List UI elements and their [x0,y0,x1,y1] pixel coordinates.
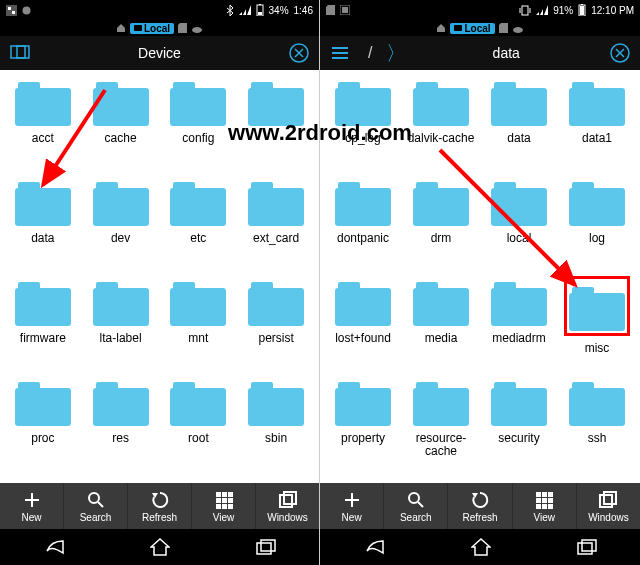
folder-item[interactable]: persist [237,276,315,376]
tool-windows[interactable]: Windows [256,483,319,529]
svg-rect-49 [548,492,553,497]
home-path-icon [116,19,126,37]
path-separator[interactable]: / [368,44,372,62]
local-chip-label: Local [144,23,170,34]
folder-item[interactable]: cache [82,76,160,176]
tool-search[interactable]: Search [384,483,448,529]
recent-button[interactable] [256,539,276,555]
folder-icon [569,82,625,126]
status-bar: 34% 1:46 [0,0,319,20]
folder-item[interactable]: dev [82,176,160,276]
tool-view[interactable]: View [513,483,577,529]
toolbar: NewSearchRefreshViewWindows [0,483,319,529]
folder-item[interactable]: log [558,176,636,276]
folder-item[interactable]: data1 [558,76,636,176]
svg-rect-53 [536,504,541,509]
plus-icon [22,490,42,510]
toolbar: NewSearchRefreshViewWindows [320,483,640,529]
refresh-icon [150,490,170,510]
folder-item[interactable]: lost+found [324,276,402,376]
tool-refresh[interactable]: Refresh [448,483,512,529]
folder-item[interactable]: property [324,376,402,476]
folder-label: media [425,332,458,345]
tool-refresh[interactable]: Refresh [128,483,192,529]
folder-item[interactable]: root [160,376,238,476]
local-chip[interactable]: Local [450,23,494,34]
folder-icon [170,182,226,226]
folder-item[interactable]: res [82,376,160,476]
svg-rect-23 [222,504,227,509]
folder-item[interactable]: sbin [237,376,315,476]
svg-rect-7 [134,25,142,31]
svg-rect-52 [548,498,553,503]
folder-item[interactable]: config [160,76,238,176]
folder-item[interactable]: dontpanic [324,176,402,276]
folder-item[interactable]: mnt [160,276,238,376]
header: / 〉 data [320,36,640,70]
path-bar: Local [320,20,640,36]
svg-rect-35 [580,6,584,15]
folder-item[interactable]: cp_log [324,76,402,176]
svg-point-14 [89,493,99,503]
local-chip[interactable]: Local [130,23,174,34]
menu-icon[interactable] [326,39,354,67]
svg-rect-51 [542,498,547,503]
windows-icon [598,490,618,510]
back-button[interactable] [43,539,65,555]
status-bar: 91% 12:10 PM [320,0,640,20]
folder-icon [569,382,625,426]
folder-label: config [182,132,214,145]
folder-item[interactable]: proc [4,376,82,476]
folder-item[interactable]: ext_card [237,176,315,276]
folder-label: dev [111,232,130,245]
folder-label: root [188,432,209,445]
folder-item[interactable]: security [480,376,558,476]
svg-rect-10 [17,46,29,58]
folder-item[interactable]: ssh [558,376,636,476]
home-button[interactable] [471,538,491,556]
folder-icon [93,182,149,226]
folder-label: sbin [265,432,287,445]
svg-rect-30 [342,7,348,13]
folder-item[interactable]: data [4,176,82,276]
tool-search[interactable]: Search [64,483,128,529]
folder-item[interactable]: lta-label [82,276,160,376]
svg-rect-1 [8,7,11,10]
folder-item[interactable]: dalvik-cache [402,76,480,176]
folder-label: res [112,432,129,445]
recent-button[interactable] [577,539,597,555]
folder-item[interactable]: drm [402,176,480,276]
close-button[interactable] [285,39,313,67]
svg-rect-31 [522,6,528,15]
folder-item[interactable]: firmware [4,276,82,376]
back-button[interactable] [363,539,385,555]
tool-windows[interactable]: Windows [577,483,640,529]
folder-item[interactable] [237,76,315,176]
folder-item[interactable]: etc [160,176,238,276]
folder-label: drm [431,232,452,245]
folder-icon [170,82,226,126]
folder-item[interactable]: data [480,76,558,176]
tool-view[interactable]: View [192,483,256,529]
folder-item[interactable]: mediadrm [480,276,558,376]
folder-label: security [498,432,539,445]
folder-item[interactable]: media [402,276,480,376]
folder-item[interactable]: resource-cache [402,376,480,476]
folder-item[interactable]: local [480,176,558,276]
battery-icon [578,4,586,16]
close-button[interactable] [606,39,634,67]
folder-item[interactable]: acct [4,76,82,176]
svg-rect-54 [542,504,547,509]
time-label: 12:10 PM [591,5,634,16]
drawer-icon[interactable] [6,39,34,67]
home-button[interactable] [150,538,170,556]
folder-item[interactable]: misc [558,276,636,376]
tool-new[interactable]: New [0,483,64,529]
tool-new[interactable]: New [320,483,384,529]
folder-icon [335,82,391,126]
folder-label: data [507,132,530,145]
refresh-icon [470,490,490,510]
svg-rect-37 [454,25,462,31]
folder-icon [248,282,304,326]
folder-icon [491,382,547,426]
